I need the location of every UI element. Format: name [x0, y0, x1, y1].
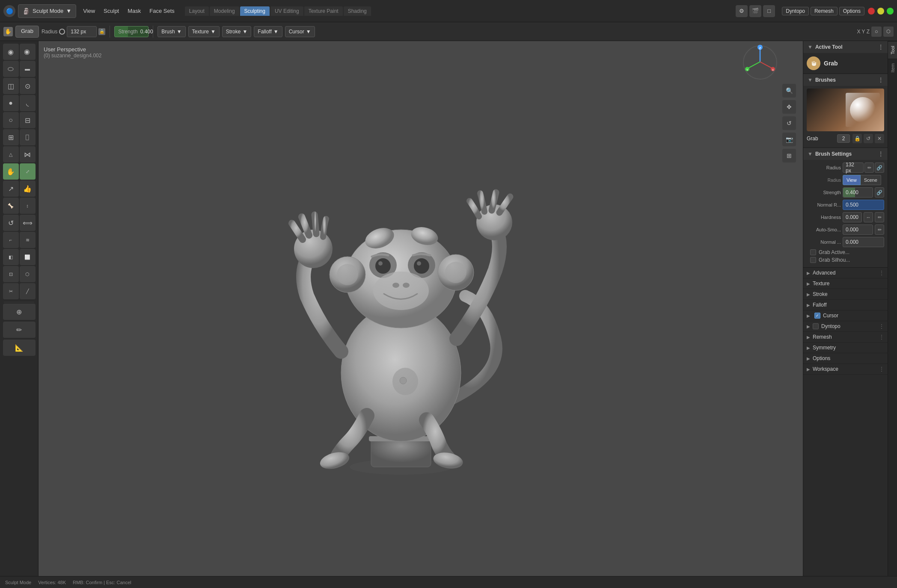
- elastic-deform-tool[interactable]: ⤢: [20, 163, 36, 180]
- line-project-tool[interactable]: ╱: [20, 283, 36, 299]
- bs-hardness-value[interactable]: 0.000: [843, 212, 862, 222]
- bs-radius-link-icon[interactable]: 🔗: [875, 163, 884, 173]
- menu-face-sets[interactable]: Face Sets: [149, 6, 175, 16]
- dyntopo-checkbox[interactable]: [813, 323, 819, 329]
- viewport[interactable]: User Perspective (0) suzanne_design4.002…: [39, 41, 803, 576]
- annotate-tool[interactable]: ✏: [3, 322, 36, 338]
- xray-icon[interactable]: ⬡: [883, 27, 894, 37]
- mask-tool[interactable]: ⬜: [20, 249, 36, 265]
- simplify-tool[interactable]: ◧: [3, 249, 19, 265]
- menu-mask[interactable]: Mask: [127, 6, 142, 16]
- tab-uv[interactable]: UV Editing: [270, 6, 303, 16]
- pan-btn[interactable]: ✥: [782, 100, 796, 114]
- menu-view[interactable]: View: [82, 6, 96, 16]
- bs-autosmooth-value[interactable]: 0.000: [843, 225, 873, 235]
- tab-modeling[interactable]: Modeling: [210, 6, 239, 16]
- falloff-dropdown[interactable]: Falloff ▼: [254, 26, 282, 37]
- inflate-tool[interactable]: ⊙: [20, 78, 36, 94]
- crease-tool[interactable]: ◟: [20, 95, 36, 111]
- slide-relax-tool[interactable]: ⟺: [20, 215, 36, 231]
- bs-radius-value[interactable]: 132 px: [843, 163, 864, 173]
- tool-name-button[interactable]: Grab: [15, 26, 39, 38]
- close-btn[interactable]: [868, 8, 875, 15]
- radius-unit-scene-btn[interactable]: Scene: [861, 175, 881, 185]
- advanced-section[interactable]: ▶ Advanced ⋮: [803, 268, 888, 278]
- grab-silhou-checkbox[interactable]: [810, 257, 816, 263]
- grid-btn[interactable]: ⊞: [782, 149, 796, 163]
- maximize-btn[interactable]: [887, 8, 894, 15]
- bs-radius-pen-icon[interactable]: ✏: [864, 163, 874, 173]
- remesh-dots[interactable]: ⋮: [879, 334, 884, 340]
- overlay-icon[interactable]: ○: [871, 27, 882, 37]
- pinch-tool[interactable]: ⋈: [20, 146, 36, 163]
- layer-tool[interactable]: ◫: [3, 78, 19, 94]
- grab-tool active[interactable]: ✋: [3, 163, 19, 180]
- dyntopo-btn[interactable]: Dyntopo: [782, 7, 809, 15]
- options-btn[interactable]: Options: [839, 7, 864, 15]
- workspace-dots[interactable]: ⋮: [879, 366, 884, 372]
- scrape-tool[interactable]: ⌷: [20, 129, 36, 145]
- stroke-dropdown[interactable]: Stroke ▼: [222, 26, 252, 37]
- strength-field[interactable]: Strength 0.400: [114, 26, 149, 37]
- brushes-header[interactable]: ▼ Brushes ⋮: [803, 74, 888, 86]
- render-icon[interactable]: 🎬: [749, 5, 761, 17]
- tab-shading[interactable]: Shading: [344, 6, 371, 16]
- face-set-tool[interactable]: ⬡: [20, 266, 36, 282]
- falloff-section[interactable]: ▶ Falloff: [803, 300, 888, 310]
- brushes-menu-dots[interactable]: ⋮: [878, 77, 883, 83]
- dyntopo-dots[interactable]: ⋮: [879, 323, 884, 329]
- dyntopo-section[interactable]: ▶ Dyntopo ⋮: [803, 321, 888, 332]
- fill-tool[interactable]: ⊞: [3, 129, 19, 145]
- blender-logo[interactable]: 🔵: [3, 5, 15, 17]
- trim-tool[interactable]: ✂: [3, 283, 19, 299]
- item-tab[interactable]: Item: [888, 59, 897, 77]
- stroke-section[interactable]: ▶ Stroke: [803, 289, 888, 300]
- tab-sculpting[interactable]: Sculpting: [240, 6, 270, 16]
- bs-normalr-slider[interactable]: 0.500: [843, 200, 884, 210]
- rotate-tool-btn[interactable]: ↺: [3, 215, 19, 231]
- camera-view-btn[interactable]: 📷: [782, 133, 796, 146]
- active-tool-header[interactable]: ▼ Active Tool ⋮: [803, 41, 888, 53]
- brush-dropdown[interactable]: Brush ▼: [157, 26, 185, 37]
- bs-hardness-pen-icon[interactable]: ✏: [875, 212, 884, 222]
- brush-settings-menu-dots[interactable]: ⋮: [878, 151, 883, 157]
- clay-strips-tool[interactable]: ▬: [20, 61, 36, 77]
- bs-hardness-arrows-icon[interactable]: ↔: [864, 212, 873, 222]
- tab-texture[interactable]: Texture Paint: [304, 6, 343, 16]
- viewport-icon[interactable]: □: [763, 5, 775, 17]
- flatten-tool[interactable]: ⊟: [20, 112, 36, 128]
- remesh-section[interactable]: ▶ Remesh ⋮: [803, 332, 888, 343]
- brush-reset-btn[interactable]: ↺: [864, 134, 873, 143]
- minimize-btn[interactable]: [877, 8, 884, 15]
- workspace-section[interactable]: ▶ Workspace ⋮: [803, 364, 888, 375]
- mesh-filter-tool[interactable]: ⊡: [3, 266, 19, 282]
- draw-tool[interactable]: ◉: [3, 44, 19, 60]
- cloth-tool[interactable]: ≋: [20, 232, 36, 248]
- multires-tool[interactable]: △: [3, 146, 19, 163]
- options-section[interactable]: ▶ Options: [803, 353, 888, 364]
- brush-settings-header[interactable]: ▼ Brush Settings ⋮: [803, 148, 888, 160]
- texture-dropdown[interactable]: Texture ▼: [188, 26, 220, 37]
- measure-tool[interactable]: 📐: [3, 340, 36, 356]
- zoom-in-btn[interactable]: 🔍: [782, 84, 796, 98]
- brush-number[interactable]: 2: [837, 134, 850, 143]
- tab-layout[interactable]: Layout: [185, 6, 209, 16]
- brush-close-btn[interactable]: ✕: [875, 134, 884, 143]
- tool-tab[interactable]: Tool: [888, 41, 897, 59]
- orientation-gizmo[interactable]: Z X Y: [743, 45, 777, 80]
- brush-lock-btn[interactable]: 🔒: [852, 134, 862, 143]
- radius-unit-view-btn[interactable]: View: [843, 175, 861, 185]
- mode-selector[interactable]: 🗿 Sculpt Mode ▼: [18, 4, 76, 18]
- bs-strength-icon[interactable]: 🔗: [875, 187, 884, 198]
- advanced-dots[interactable]: ⋮: [879, 270, 884, 276]
- cursor-dropdown[interactable]: Cursor ▼: [285, 26, 315, 37]
- radius-input[interactable]: [67, 26, 97, 37]
- radius-lock-icon[interactable]: 🔒: [98, 28, 105, 35]
- cursor-section[interactable]: ▶ ✓ Cursor: [803, 310, 888, 321]
- cursor-checkbox[interactable]: ✓: [814, 313, 820, 319]
- smooth-tool[interactable]: ○: [3, 112, 19, 128]
- bs-normal-value[interactable]: 0.000: [843, 237, 884, 247]
- draw-sharp-tool[interactable]: ◉: [20, 44, 36, 60]
- tool-icon-small[interactable]: ✋: [3, 27, 13, 36]
- menu-sculpt[interactable]: Sculpt: [103, 6, 120, 16]
